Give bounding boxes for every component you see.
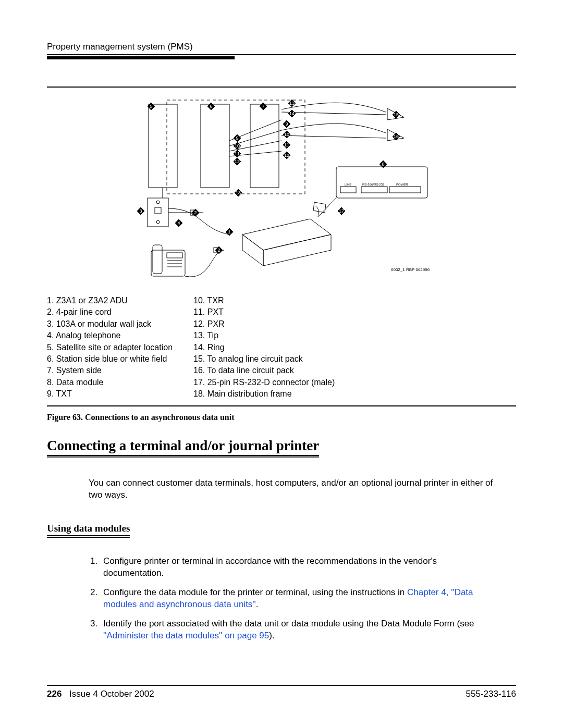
svg-marker-15 <box>242 235 263 266</box>
svg-rect-9 <box>389 187 421 193</box>
svg-text:14: 14 <box>289 111 295 116</box>
legend-item: 5. Satellite site or adapter location <box>47 342 173 353</box>
running-header: Property management system (PMS) <box>47 42 516 52</box>
document-number: 555-233-116 <box>466 689 516 699</box>
svg-text:6: 6 <box>210 104 212 109</box>
svg-marker-13 <box>313 202 326 213</box>
svg-text:10: 10 <box>235 143 240 149</box>
svg-text:1: 1 <box>228 229 230 235</box>
legend-col-right: 10. TXR 11. PXT 12. PXR 13. Tip 14. Ring… <box>193 295 335 400</box>
svg-text:15: 15 <box>394 112 399 117</box>
legend-item: 10. TXR <box>193 295 335 306</box>
svg-text:POWER: POWER <box>396 183 408 186</box>
svg-text:3: 3 <box>139 208 142 214</box>
legend-item: 13. Tip <box>193 330 335 341</box>
step-text: Configure the data module for the printe… <box>103 587 407 597</box>
svg-text:RS-366/RS-232: RS-366/RS-232 <box>362 183 385 186</box>
svg-text:8: 8 <box>382 162 384 167</box>
svg-point-19 <box>156 201 160 204</box>
svg-text:9: 9 <box>236 135 238 141</box>
legend-item: 18. Main distribution frame <box>193 388 335 400</box>
svg-text:2: 2 <box>194 210 197 215</box>
technical-diagram: LINE RS-366/RS-232 POWER <box>112 94 451 292</box>
svg-rect-7 <box>340 187 356 193</box>
svg-text:18: 18 <box>236 190 241 195</box>
subheading-using-data-modules: Using data modules <box>47 523 130 536</box>
legend-item: 8. Data module <box>47 377 173 388</box>
page-footer: 226 Issue 4 October 2002 555-233-116 <box>47 685 516 699</box>
svg-rect-17 <box>148 198 168 227</box>
svg-text:LINE: LINE <box>345 183 351 186</box>
svg-text:5: 5 <box>150 104 152 109</box>
svg-text:11: 11 <box>284 142 289 147</box>
legend-item: 6. Station side blue or white field <box>47 353 173 365</box>
list-item: Configure printer or terminal in accorda… <box>100 556 495 579</box>
legend-item: 1. Z3A1 or Z3A2 ADU <box>47 295 173 306</box>
step-text: ). <box>269 631 274 640</box>
step-text: . <box>256 599 259 609</box>
svg-text:4: 4 <box>177 220 180 226</box>
svg-rect-23 <box>167 253 182 258</box>
procedure-list: Configure printer or terminal in accorda… <box>89 556 495 642</box>
list-item: Identify the port associated with the da… <box>100 618 495 642</box>
legend-item: 2. 4-pair line cord <box>47 306 173 318</box>
svg-rect-6 <box>336 167 427 198</box>
svg-rect-22 <box>153 245 162 274</box>
legend-item: 15. To analog line circuit pack <box>193 353 335 365</box>
document-page: Property management system (PMS) <box>0 0 563 728</box>
cross-reference-link[interactable]: ''Administer the data modules'' on page … <box>103 631 269 640</box>
legend-item: 7. System side <box>47 365 173 376</box>
svg-marker-16 <box>263 235 331 266</box>
svg-text:9: 9 <box>285 121 288 127</box>
legend-item: 17. 25-pin RS-232-D connector (male) <box>193 377 335 388</box>
drawing-code: 0002_1 RBP 062596 <box>391 267 430 272</box>
footer-left: 226 Issue 4 October 2002 <box>47 689 154 699</box>
svg-marker-14 <box>242 219 331 250</box>
legend-item: 14. Ring <box>193 342 335 353</box>
header-rule <box>47 54 516 55</box>
svg-text:12: 12 <box>235 159 240 164</box>
legend-item: 11. PXT <box>193 306 335 318</box>
svg-rect-1 <box>149 104 177 188</box>
svg-rect-8 <box>361 187 387 193</box>
svg-point-20 <box>156 220 160 224</box>
issue-date: Issue 4 October 2002 <box>69 689 154 699</box>
svg-text:10: 10 <box>284 132 289 137</box>
legend-col-left: 1. Z3A1 or Z3A2 ADU 2. 4-pair line cord … <box>47 295 173 400</box>
svg-rect-2 <box>201 104 229 188</box>
intro-paragraph: You can connect customer data terminals,… <box>89 477 495 501</box>
step-text: Identify the port associated with the da… <box>103 619 474 628</box>
legend-item: 3. 103A or modular wall jack <box>47 318 173 330</box>
list-item: Configure the data module for the printe… <box>100 587 495 611</box>
legend-item: 12. PXR <box>193 318 335 330</box>
svg-text:7: 7 <box>262 104 264 109</box>
legend-item: 9. TXT <box>47 388 173 400</box>
svg-text:2: 2 <box>217 248 220 253</box>
page-number: 226 <box>47 689 62 699</box>
svg-rect-18 <box>155 207 161 214</box>
legend-item: 4. Analog telephone <box>47 330 173 341</box>
section-heading-connecting: Connecting a terminal and/or journal pri… <box>47 438 319 456</box>
figure-block: LINE RS-366/RS-232 POWER <box>47 87 516 406</box>
svg-text:13: 13 <box>289 101 295 106</box>
svg-rect-21 <box>151 250 185 276</box>
svg-text:11: 11 <box>235 151 240 156</box>
figure-legend: 1. Z3A1 or Z3A2 ADU 2. 4-pair line cord … <box>47 295 516 400</box>
svg-text:12: 12 <box>284 153 289 158</box>
svg-text:17: 17 <box>339 208 344 214</box>
step-text: Configure printer or terminal in accorda… <box>103 556 437 578</box>
figure-caption: Figure 63. Connections to an asynchronou… <box>47 413 516 422</box>
legend-item: 16. To data line circuit pack <box>193 365 335 376</box>
svg-text:16: 16 <box>394 134 399 139</box>
